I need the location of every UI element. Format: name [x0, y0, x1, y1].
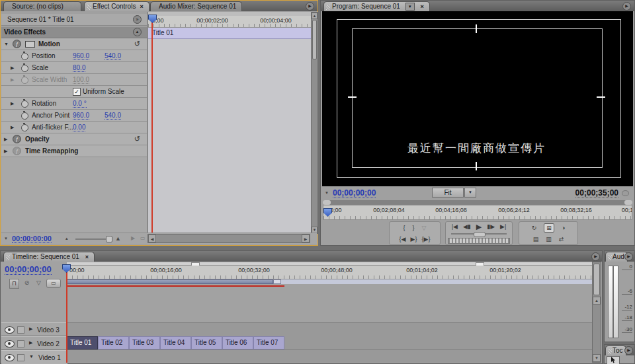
disclosure-right-icon[interactable]: ▶ — [11, 125, 14, 130]
track-video1[interactable] — [67, 350, 592, 363]
output-button[interactable]: ◑ — [562, 224, 565, 232]
effect-row-motion[interactable]: ▼ ƒ Motion ↺ — [1, 38, 147, 50]
play-in-to-out-button[interactable]: {▶} — [421, 235, 430, 243]
encore-marker-icon[interactable]: ⊘ — [22, 279, 31, 287]
panel-menu-icon[interactable]: ▶ — [624, 346, 633, 355]
disclosure-right-icon[interactable]: ▶ — [29, 326, 32, 332]
eye-icon[interactable] — [5, 354, 15, 361]
go-to-out-button[interactable]: ▶| — [500, 223, 506, 231]
scroll-up-icon[interactable]: ▲ — [312, 13, 318, 19]
stopwatch-icon[interactable] — [21, 112, 28, 120]
show-hide-effects-icon[interactable]: » — [133, 15, 142, 24]
disclosure-right-icon[interactable]: ▶ — [29, 340, 32, 346]
effect-row-opacity[interactable]: ▶ ƒ Opacity ↺ — [1, 133, 147, 145]
tab-source[interactable]: Source: (no clips) — [3, 1, 81, 11]
anti-flicker-value[interactable]: 0.00 — [73, 124, 85, 131]
loop-button[interactable]: ↻ — [532, 224, 537, 232]
timeline-current-time[interactable]: 00;00;00;00 — [5, 264, 52, 275]
ec-vscrollbar[interactable]: ▲ ▼ — [311, 12, 318, 234]
scroll-down-icon[interactable]: ▼ — [593, 354, 601, 362]
close-icon[interactable]: × — [140, 3, 143, 10]
set-out-point-button[interactable]: } — [413, 224, 415, 232]
disclosure-right-icon[interactable]: ▶ — [11, 101, 14, 106]
scroll-up-icon[interactable]: ▲ — [593, 297, 601, 305]
scroll-handle[interactable] — [624, 200, 632, 205]
set-in-point-button[interactable]: { — [403, 224, 405, 232]
ec-mini-ruler[interactable]: 0;00 00;00;02;00 00;00;04;00 — [148, 16, 312, 28]
ec-hscrollbar[interactable]: ◀ ▶ — [148, 234, 310, 243]
tab-tools[interactable]: Toc — [605, 346, 626, 355]
track-header-video1[interactable]: ▼ Video 1 ▦ ◀ ◆ ▶ — [1, 350, 67, 364]
go-to-next-marker-button[interactable]: ▶} — [411, 235, 417, 243]
clip-title-03[interactable]: Title 03 — [129, 336, 160, 349]
effect-toggle-icon[interactable]: ƒ — [13, 40, 21, 48]
disclosure-right-icon[interactable]: ▶ — [4, 137, 7, 142]
uniform-scale-checkbox[interactable]: ✓ — [73, 88, 81, 96]
lock-toggle-box[interactable] — [17, 354, 24, 361]
fit-dropdown-icon[interactable]: ▼ — [464, 188, 476, 198]
param-row-anti-flicker[interactable]: ▶ Anti-flicker F... 0.00 — [1, 122, 147, 133]
timeline-vscrollbar[interactable]: ▲ ▼ — [592, 262, 601, 363]
clip-title-01[interactable]: Title 01 — [67, 336, 98, 349]
panel-menu-icon[interactable]: ▶ — [306, 2, 314, 11]
zoom-out-icon[interactable]: ▴ — [65, 236, 68, 241]
program-ruler[interactable]: 00;00 00;02;08;04 00;04;16;08 00;06;24;1… — [323, 205, 632, 220]
reset-icon[interactable]: ↺ — [134, 40, 140, 48]
eye-icon[interactable] — [5, 326, 15, 334]
stopwatch-icon[interactable] — [21, 124, 28, 131]
disclosure-right-icon[interactable]: ▶ — [11, 65, 14, 71]
lock-toggle-box[interactable] — [17, 340, 24, 347]
work-area-bar[interactable] — [67, 279, 273, 284]
scale-value[interactable]: 80.0 — [73, 64, 85, 72]
scroll-right-icon[interactable]: ▶ — [302, 235, 310, 242]
tab-timeline[interactable]: Timeline: Sequence 01 × — [3, 252, 95, 262]
disclosure-down-icon[interactable]: ▼ — [4, 42, 9, 46]
ec-current-time[interactable]: 00:00:00:00 — [12, 235, 52, 243]
fit-select[interactable]: Fit — [432, 188, 464, 198]
clip-title-06[interactable]: Title 06 — [222, 336, 253, 349]
selection-tool-button[interactable] — [607, 356, 620, 364]
disclosure-right-icon[interactable]: ▶ — [4, 149, 7, 154]
param-row-scale[interactable]: ▶ Scale 80.0 — [1, 62, 147, 74]
panel-menu-icon[interactable]: ▶ — [591, 252, 600, 261]
track-video2[interactable]: Title 01 Title 02 Title 03 Title 04 Titl… — [67, 336, 592, 350]
param-row-position[interactable]: Position 960.0 540.0 — [1, 50, 147, 62]
shuttle-slider[interactable] — [451, 232, 507, 236]
clip-title-04[interactable]: Title 04 — [160, 336, 191, 349]
scroll-thumb[interactable] — [593, 264, 600, 295]
position-y-value[interactable]: 540.0 — [105, 52, 121, 60]
track-header-video2[interactable]: ▶ Video 2 — [1, 336, 67, 350]
anchor-y-value[interactable]: 540.0 — [105, 112, 121, 120]
go-to-prev-marker-button[interactable]: {◀ — [400, 235, 406, 243]
tab-effect-controls[interactable]: Effect Controls× — [84, 1, 149, 11]
param-row-uniform-scale[interactable]: ✓ Uniform Scale — [1, 86, 147, 98]
snap-toggle-icon[interactable]: ⊓ — [9, 279, 19, 289]
safe-margins-button[interactable]: ⊞ — [544, 223, 554, 233]
zoom-in-icon[interactable]: ▲ — [115, 235, 121, 242]
scroll-left-icon[interactable]: ◀ — [148, 235, 156, 242]
play-button[interactable]: ▶ — [476, 223, 482, 231]
close-icon[interactable]: × — [420, 3, 423, 10]
panel-menu-icon[interactable]: ▶ — [622, 2, 631, 11]
program-current-time[interactable]: 00;00;00;00 — [333, 188, 376, 198]
set-marker-icon[interactable]: ▽ — [34, 279, 43, 287]
effect-row-time-remapping[interactable]: ▶ ƒ Time Remapping — [1, 145, 147, 157]
scroll-handle[interactable] — [323, 200, 331, 205]
effect-toggle-icon[interactable]: ƒ — [13, 135, 21, 143]
stopwatch-icon[interactable] — [21, 65, 28, 72]
zoom-slider-handle[interactable] — [106, 236, 112, 242]
shuttle-handle[interactable] — [474, 232, 486, 237]
tab-program[interactable]: Program: Sequence 01 ▼ × — [323, 1, 430, 11]
reset-icon[interactable]: ↺ — [134, 135, 140, 143]
position-x-value[interactable]: 960.0 — [73, 52, 89, 60]
disclosure-down-icon[interactable]: ▼ — [29, 354, 34, 359]
zoom-slider-track[interactable] — [75, 238, 110, 240]
source-dropdown-icon[interactable]: ▼ — [405, 3, 415, 11]
track-video3[interactable] — [67, 322, 592, 338]
collapse-section-icon[interactable]: ▲ — [133, 28, 142, 36]
tab-audio-mixer[interactable]: Audio Mixer: Sequence 01 — [150, 1, 242, 11]
param-row-anchor-point[interactable]: Anchor Point 960.0 540.0 — [1, 110, 147, 122]
trim-button[interactable]: ⇄ — [559, 235, 564, 243]
clip-title-05[interactable]: Title 05 — [191, 336, 222, 349]
param-row-rotation[interactable]: ▶ Rotation 0.0 ° — [1, 98, 147, 110]
